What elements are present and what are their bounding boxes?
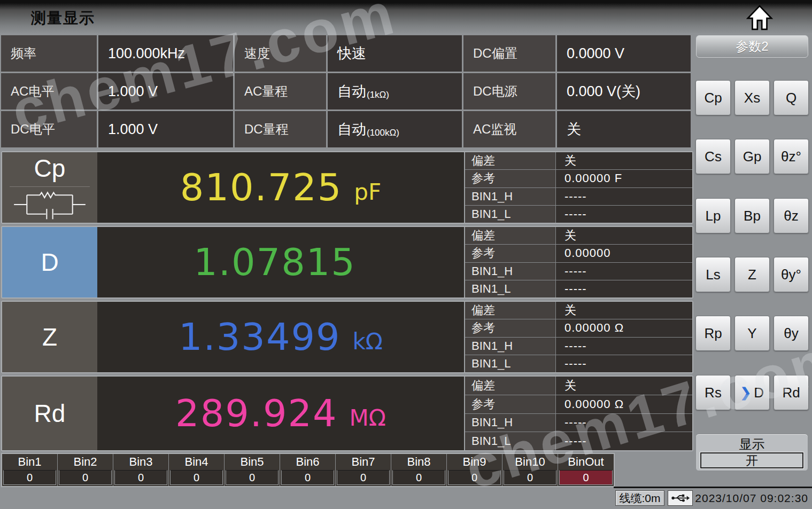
measurement-value-z: 1.33499 kΩ	[97, 302, 464, 372]
bin-7: Bin70	[336, 454, 391, 486]
measurement-param-cp[interactable]: Cp	[2, 152, 97, 223]
param-value-dc-level[interactable]: 1.000 V	[98, 111, 233, 147]
reference-value: 0.00000	[556, 245, 692, 262]
param-button-xs[interactable]: Xs	[734, 80, 770, 115]
reference-label: 参考	[465, 170, 556, 187]
bin-count: 0	[448, 470, 501, 485]
param-button-bp[interactable]: Bp	[734, 198, 770, 233]
bin1-h-label: BIN1_H	[465, 188, 556, 205]
bin1-l-value: -----	[556, 432, 692, 450]
param-button-z[interactable]: Z	[734, 257, 770, 292]
measurement-row-cp: Cp 810.725 pF 偏差关 参考0.00000 F BIN1_H----…	[1, 151, 693, 224]
param-name: Rd	[34, 400, 66, 427]
bin1-h-value: -----	[556, 338, 692, 355]
measurement-param-d[interactable]: D	[2, 227, 97, 297]
param-value-ac-monitor[interactable]: 关	[557, 111, 691, 147]
home-button[interactable]	[746, 4, 773, 31]
deviation-value: 关	[556, 227, 692, 244]
deviation-label: 偏差	[465, 152, 556, 169]
param-label-dc-range: DC量程	[235, 111, 326, 147]
bin-out-count: 0	[559, 470, 613, 485]
param-value-dc-source[interactable]: 0.000 V(关)	[557, 73, 691, 109]
bin1-h-label: BIN1_H	[465, 263, 556, 280]
details-panel: 偏差关 参考0.00000 BIN1_H----- BIN1_L-----	[464, 227, 692, 297]
param-value-dc-bias[interactable]: 0.0000 V	[557, 35, 691, 72]
bin-8: Bin80	[391, 454, 447, 486]
usb-icon	[671, 494, 690, 503]
deviation-value: 关	[556, 152, 692, 169]
param-name: D	[41, 249, 58, 276]
divider	[614, 487, 812, 488]
measurement-row-d: D 1.07815 偏差关 参考0.00000 BIN1_H----- BIN1…	[1, 226, 693, 299]
param-button-cp[interactable]: Cp	[695, 80, 731, 115]
bin-counter-bar: Bin10 Bin20 Bin30 Bin40 Bin50 Bin60 Bin7…	[1, 453, 615, 487]
reference-label: 参考	[465, 319, 556, 336]
sidebar-header-parameter2[interactable]: 参数2	[696, 35, 808, 58]
param-button-q[interactable]: Q	[774, 80, 809, 115]
param-label-speed: 速度	[235, 35, 326, 72]
param-button-rs[interactable]: Rs	[695, 375, 731, 410]
param-button-rd[interactable]: Rd	[774, 375, 809, 410]
bin-count: 0	[170, 470, 223, 485]
measurement-row-z: Z 1.33499 kΩ 偏差关 参考0.00000 Ω BIN1_H-----…	[1, 301, 693, 373]
bin1-h-label: BIN1_H	[465, 338, 556, 355]
deviation-label: 偏差	[465, 227, 556, 244]
divider	[10, 186, 90, 187]
bin1-l-value: -----	[556, 355, 692, 372]
reference-value: 0.00000 Ω	[556, 395, 692, 413]
bin-count: 0	[226, 470, 279, 485]
param-value-frequency[interactable]: 100.000kHz	[98, 35, 233, 72]
bin1-h-value: -----	[556, 188, 692, 205]
param-button-cs[interactable]: Cs	[695, 139, 731, 174]
param-value-ac-range[interactable]: 自动(1kΩ)	[328, 73, 462, 109]
param-button-d-selected[interactable]: ❯ D	[734, 375, 770, 410]
ac-range-subscript: (1kΩ)	[367, 90, 389, 100]
measurement-value-rd: 289.924 MΩ	[97, 377, 464, 450]
bin-count: 0	[337, 470, 390, 485]
bin-3: Bin30	[113, 454, 169, 486]
param-button-lp[interactable]: Lp	[695, 198, 731, 233]
measurement-param-rd[interactable]: Rd	[2, 377, 97, 450]
bin1-l-value: -----	[556, 280, 692, 297]
selected-marker-icon: ❯	[740, 385, 751, 400]
param-value-dc-range[interactable]: 自动(100kΩ)	[328, 111, 462, 147]
deviation-value: 关	[556, 377, 692, 395]
param-label-ac-range: AC量程	[235, 73, 326, 109]
parallel-rc-circuit-icon	[7, 189, 92, 220]
home-icon	[746, 4, 773, 31]
datetime-display: 2023/10/07 09:02:30	[695, 490, 808, 506]
bin-1: Bin10	[2, 454, 58, 486]
param-button-theta-y[interactable]: θy	[774, 316, 809, 351]
measurement-value-d: 1.07815	[97, 227, 464, 297]
param-label-dc-level: DC电平	[1, 111, 97, 147]
bin-4: Bin40	[169, 454, 225, 486]
measurement-param-z[interactable]: Z	[2, 302, 97, 372]
param-button-theta-y-deg[interactable]: θy°	[774, 257, 809, 292]
bin1-l-label: BIN1_L	[465, 206, 556, 223]
bin1-l-value: -----	[556, 206, 692, 223]
param-button-theta-z-deg[interactable]: θz°	[774, 139, 809, 174]
bin-5: Bin50	[225, 454, 280, 486]
param-button-gp[interactable]: Gp	[734, 139, 770, 174]
unit: kΩ	[353, 320, 383, 355]
bin1-h-value: -----	[556, 414, 692, 432]
unit: pF	[354, 170, 381, 205]
param-button-rp[interactable]: Rp	[695, 316, 731, 351]
bin-count: 0	[392, 470, 445, 485]
bin1-h-label: BIN1_H	[465, 414, 556, 432]
param-value-speed[interactable]: 快速	[328, 35, 462, 72]
param-value-ac-level[interactable]: 1.000 V	[98, 73, 233, 109]
unit: MΩ	[350, 396, 386, 431]
reference-value: 0.00000 Ω	[556, 319, 692, 336]
param-button-theta-z[interactable]: θz	[774, 198, 809, 233]
bin-count: 0	[114, 470, 167, 485]
title-bar: 测量显示	[0, 0, 812, 33]
bin-out: BinOut0	[558, 454, 614, 486]
param-name: Cp	[34, 155, 66, 182]
details-panel: 偏差关 参考0.00000 F BIN1_H----- BIN1_L-----	[464, 152, 692, 223]
param-button-ls[interactable]: Ls	[695, 257, 731, 292]
bin1-l-label: BIN1_L	[465, 432, 556, 450]
display-on-button[interactable]: 开	[700, 452, 803, 468]
usb-status-badge	[668, 490, 693, 506]
param-button-y[interactable]: Y	[734, 316, 770, 351]
